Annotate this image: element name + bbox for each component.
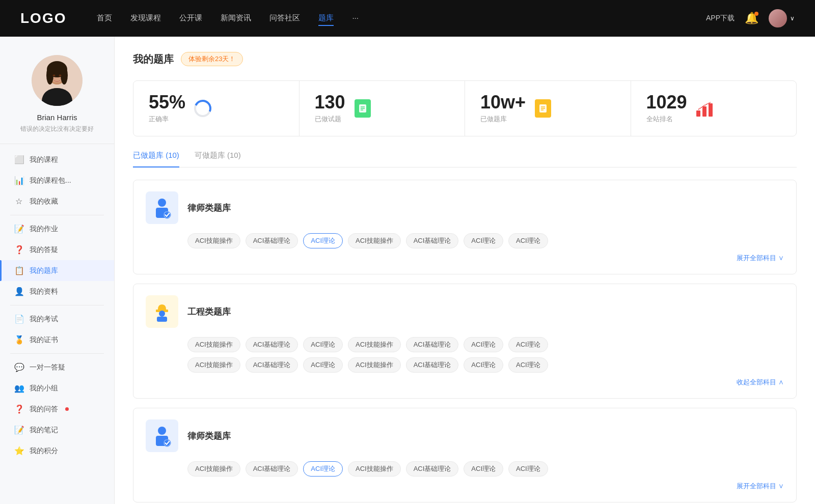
svg-rect-30	[157, 317, 167, 322]
stat-label-banks: 已做题库	[480, 115, 526, 124]
tag-aci-basic-theory-2[interactable]: ACI基础理论	[406, 233, 459, 248]
stat-icon-questions	[352, 98, 373, 119]
sidebar-item-favorites[interactable]: ☆ 我的收藏	[0, 191, 114, 212]
avatar-image	[769, 9, 787, 27]
eng-tag-4[interactable]: ACI技能操作	[348, 337, 401, 352]
stat-rank: 1029 全站排名	[631, 81, 797, 136]
tag-aci-theory-2[interactable]: ACI理论	[464, 233, 503, 248]
eng-tag-2[interactable]: ACI基础理论	[246, 337, 298, 352]
eng-tag-8[interactable]: ACI技能操作	[187, 357, 240, 373]
sidebar-item-question-bank[interactable]: 📋 我的题库	[0, 260, 114, 281]
sidebar-item-qa[interactable]: ❓ 我的答疑	[0, 239, 114, 260]
svg-point-7	[48, 62, 66, 72]
sidebar-item-points[interactable]: ⭐ 我的积分	[0, 440, 114, 461]
expand-link-2[interactable]: 展开全部科目 ∨	[146, 482, 784, 491]
nav-qa[interactable]: 问答社区	[269, 11, 300, 26]
nav-news[interactable]: 新闻资讯	[221, 11, 251, 26]
eng-tag-6[interactable]: ACI理论	[464, 337, 503, 352]
l2-tag-5[interactable]: ACI基础理论	[406, 461, 459, 477]
sidebar-item-course-packages[interactable]: 📊 我的课程包...	[0, 170, 114, 191]
sidebar-profile: Brian Harris 错误的决定比没有决定要好	[0, 37, 114, 144]
tab-done-banks[interactable]: 已做题库 (10)	[133, 151, 179, 167]
stat-label-rank: 全站排名	[646, 115, 687, 124]
tag-aci-skill-op-2[interactable]: ACI技能操作	[348, 233, 401, 248]
tag-aci-theory-3[interactable]: ACI理论	[508, 233, 548, 248]
l2-tag-1[interactable]: ACI技能操作	[187, 461, 240, 477]
qbank-card-header-engineer: 工程类题库	[146, 295, 784, 328]
l2-tag-6[interactable]: ACI理论	[464, 461, 503, 477]
stat-label-accuracy: 正确率	[149, 115, 185, 124]
eng-tag-14[interactable]: ACI理论	[508, 357, 548, 373]
svg-point-31	[158, 427, 166, 435]
nav-open-course[interactable]: 公开课	[179, 11, 202, 26]
nav-discover[interactable]: 发现课程	[130, 11, 161, 26]
doc-orange-icon	[535, 99, 551, 118]
accuracy-chart-icon	[193, 99, 212, 118]
sidebar-item-my-qa[interactable]: ❓ 我的问答	[0, 399, 114, 419]
sidebar-item-my-courses[interactable]: ⬜ 我的课程	[0, 149, 114, 170]
stat-number-accuracy: 55%	[149, 93, 185, 111]
qbank-card-lawyer-1: 律师类题库 ACI技能操作 ACI基础理论 ACI理论 ACI技能操作 ACI基…	[133, 180, 797, 274]
logo: LOGO	[20, 10, 66, 26]
sidebar-item-group[interactable]: 👥 我的小组	[0, 378, 114, 399]
l2-tag-3-active[interactable]: ACI理论	[303, 461, 343, 477]
notification-bell[interactable]: 🔔	[745, 12, 758, 25]
nav-question-bank[interactable]: 题库	[318, 11, 334, 26]
l2-tag-7[interactable]: ACI理论	[508, 461, 548, 477]
profile-icon: 👤	[14, 287, 23, 296]
eng-tag-5[interactable]: ACI基础理论	[406, 337, 459, 352]
sidebar-item-label: 我的小组	[30, 384, 58, 393]
sidebar-item-exam[interactable]: 📄 我的考试	[0, 309, 114, 329]
sidebar-item-label: 我的资料	[30, 287, 58, 296]
stat-number-questions: 130	[315, 93, 345, 111]
eng-tag-10[interactable]: ACI理论	[303, 357, 343, 373]
tab-available-banks[interactable]: 可做题库 (10)	[195, 151, 241, 167]
app-download-link[interactable]: APP下载	[706, 14, 735, 23]
stat-icon-accuracy	[193, 98, 213, 119]
svg-point-8	[53, 75, 56, 76]
tag-aci-theory-active[interactable]: ACI理论	[303, 233, 343, 248]
qbank-tags-row-lawyer-2: ACI技能操作 ACI基础理论 ACI理论 ACI技能操作 ACI基础理论 AC…	[187, 461, 784, 477]
question-bank-icon: 📋	[14, 266, 23, 275]
qa-badge	[65, 407, 69, 411]
sidebar-item-notes[interactable]: 📝 我的笔记	[0, 419, 114, 440]
sidebar-item-label: 一对一答疑	[30, 363, 65, 372]
nav-more[interactable]: ···	[352, 11, 359, 26]
l2-tag-2[interactable]: ACI基础理论	[246, 461, 298, 477]
eng-tag-1[interactable]: ACI技能操作	[187, 337, 240, 352]
qbank-title-lawyer-1: 律师类题库	[187, 202, 231, 214]
eng-tag-11[interactable]: ACI技能操作	[348, 357, 401, 373]
engineer-bank-icon	[146, 295, 178, 328]
svg-point-9	[59, 75, 62, 76]
stat-text-banks: 10w+ 已做题库	[480, 93, 526, 124]
sidebar-item-label: 我的考试	[30, 315, 58, 324]
course-packages-icon: 📊	[14, 176, 23, 185]
sidebar-divider-1	[10, 215, 104, 215]
trial-badge: 体验剩余23天！	[181, 52, 243, 66]
eng-tag-13[interactable]: ACI理论	[464, 357, 503, 373]
nav-home[interactable]: 首页	[97, 11, 112, 26]
eng-tag-12[interactable]: ACI基础理论	[406, 357, 459, 373]
eng-tag-7[interactable]: ACI理论	[508, 337, 548, 352]
sidebar-item-profile[interactable]: 👤 我的资料	[0, 281, 114, 302]
sidebar-item-one-on-one[interactable]: 💬 一对一答疑	[0, 357, 114, 378]
lawyer-svg-icon-2	[151, 425, 173, 447]
svg-rect-21	[696, 110, 700, 117]
sidebar-item-homework[interactable]: 📝 我的作业	[0, 218, 114, 239]
group-icon: 👥	[14, 383, 23, 393]
sidebar-item-label: 我的笔记	[30, 426, 58, 435]
tag-aci-skill-op[interactable]: ACI技能操作	[187, 233, 240, 248]
user-avatar-menu[interactable]: ∨	[769, 9, 795, 27]
tag-aci-basic-theory[interactable]: ACI基础理论	[246, 233, 298, 248]
main-content: 我的题库 体验剩余23天！ 55% 正确率 130	[115, 37, 815, 504]
l2-tag-4[interactable]: ACI技能操作	[348, 461, 401, 477]
stat-text-rank: 1029 全站排名	[646, 93, 687, 124]
eng-tag-3[interactable]: ACI理论	[303, 337, 343, 352]
eng-tag-9[interactable]: ACI基础理论	[246, 357, 298, 373]
bar-chart-icon	[695, 100, 714, 117]
expand-link-1[interactable]: 展开全部科目 ∨	[146, 254, 784, 263]
collapse-link-engineer[interactable]: 收起全部科目 ∧	[146, 378, 784, 387]
avatar	[769, 9, 787, 27]
sidebar-item-certificate[interactable]: 🏅 我的证书	[0, 329, 114, 350]
qbank-tags-row-engineer-2: ACI技能操作 ACI基础理论 ACI理论 ACI技能操作 ACI基础理论 AC…	[187, 357, 784, 373]
